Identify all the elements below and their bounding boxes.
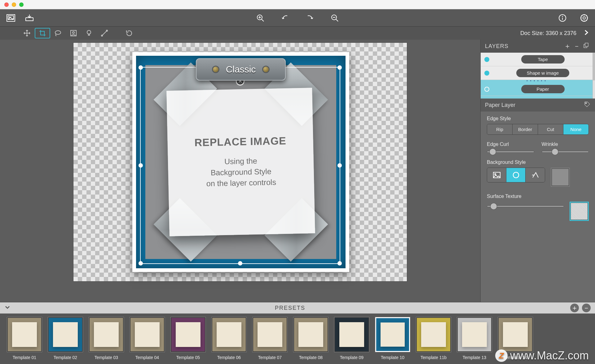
line-tool[interactable]: [97, 28, 112, 38]
placeholder-heading: REPLACE IMAGE: [194, 135, 286, 149]
preset-item[interactable]: Template 03: [88, 317, 125, 360]
watermark-text: www.MacZ.com: [510, 349, 589, 362]
portrait-tool[interactable]: [66, 28, 81, 38]
crop-tool[interactable]: [35, 28, 50, 38]
svg-point-24: [586, 103, 587, 103]
surface-texture-label: Surface Texture: [487, 194, 589, 199]
right-panel: LAYERS ＋ － Tape Shape w image • • • • • …: [480, 40, 595, 302]
svg-point-29: [512, 171, 520, 179]
svg-line-4: [262, 19, 264, 21]
paper-layer[interactable]: REPLACE IMAGE Using the Background Style…: [166, 88, 315, 236]
preset-item[interactable]: Template 06: [211, 317, 247, 360]
edge-style-cut[interactable]: Cut: [538, 124, 563, 134]
lasso-tool[interactable]: [50, 28, 66, 38]
next-page-icon[interactable]: [581, 30, 592, 37]
canvas-area[interactable]: Classic REPLACE IMAGE Using the Backgrou…: [0, 40, 480, 302]
presets-collapse-icon[interactable]: [4, 304, 13, 312]
layer-row[interactable]: Shape w image: [481, 66, 593, 80]
preset-item[interactable]: Template 05: [170, 317, 206, 360]
layer-name: Tape: [521, 55, 565, 64]
visibility-dot-icon[interactable]: [484, 87, 489, 92]
background-style-segmented[interactable]: [487, 168, 545, 182]
edge-curl-label: Edge Curl: [487, 142, 534, 147]
document-size-label: Doc Size: 3360 x 2376: [520, 30, 581, 37]
placeholder-body: Using the Background Style on the layer …: [206, 155, 276, 189]
rivet-icon: [213, 67, 218, 72]
visibility-dot-icon[interactable]: [484, 57, 489, 62]
layers-title: LAYERS: [485, 43, 509, 50]
window-titlebar: [0, 0, 595, 9]
layer-insert-indicator: [481, 96, 593, 99]
wrinkle-slider[interactable]: [542, 151, 589, 153]
edge-style-label: Edge Style: [487, 116, 589, 121]
edge-style-border[interactable]: Border: [513, 124, 538, 134]
bg-style-image-icon[interactable]: [487, 168, 506, 182]
surface-texture-swatch[interactable]: [570, 202, 589, 221]
tool-strip: Doc Size: 3360 x 2376: [0, 27, 595, 40]
svg-point-12: [562, 16, 563, 17]
layers-scrollbar[interactable]: [593, 53, 595, 99]
remove-preset-icon[interactable]: －: [582, 304, 591, 312]
preset-item[interactable]: Template 08: [293, 317, 329, 360]
edge-curl-slider[interactable]: [487, 151, 534, 153]
edge-style-none[interactable]: None: [563, 124, 588, 134]
watermark-logo-icon: Z: [495, 349, 508, 362]
edge-style-segmented[interactable]: Rip Border Cut None: [487, 124, 589, 135]
preset-item[interactable]: Template 10: [374, 317, 411, 360]
wrinkle-label: Wrinkle: [542, 142, 589, 147]
move-tool[interactable]: [19, 28, 35, 38]
svg-line-8: [336, 19, 338, 21]
svg-point-14: [583, 17, 585, 19]
rotate-tool[interactable]: [121, 28, 137, 38]
settings-gear-icon[interactable]: [580, 13, 589, 23]
layer-properties: Edge Style Rip Border Cut None Edge Curl…: [481, 112, 595, 232]
window-close-button[interactable]: [4, 2, 9, 7]
svg-rect-23: [585, 43, 588, 46]
window-zoom-button[interactable]: [19, 2, 24, 7]
bg-style-color-icon[interactable]: [506, 168, 526, 182]
layers-header: LAYERS ＋ －: [481, 40, 595, 53]
preset-item[interactable]: Template 07: [252, 317, 288, 360]
canvas[interactable]: Classic REPLACE IMAGE Using the Backgrou…: [73, 43, 407, 281]
export-tray-icon[interactable]: [25, 13, 34, 23]
layer-name: Paper: [521, 85, 565, 93]
remove-layer-icon[interactable]: －: [572, 42, 581, 51]
preset-item[interactable]: Template 09: [333, 317, 370, 360]
app-toolbar: [0, 9, 595, 27]
preset-item[interactable]: Template 01: [6, 317, 43, 360]
svg-point-26: [495, 173, 496, 175]
rivet-icon: [263, 67, 269, 72]
edge-style-rip[interactable]: Rip: [487, 124, 513, 134]
duplicate-layer-icon[interactable]: [581, 42, 591, 50]
light-tool[interactable]: [81, 28, 97, 38]
preset-item[interactable]: Template 13: [456, 317, 493, 360]
add-layer-icon[interactable]: ＋: [563, 42, 572, 51]
zoom-in-icon[interactable]: [256, 13, 265, 23]
svg-point-15: [55, 31, 61, 34]
layer-tag-icon[interactable]: [584, 101, 591, 109]
import-image-icon[interactable]: [6, 13, 15, 23]
layer-insert-indicator: • • • • • •: [481, 80, 593, 82]
title-plate: Classic: [196, 58, 286, 81]
svg-point-18: [87, 30, 91, 34]
add-preset-icon[interactable]: ＋: [570, 304, 579, 312]
visibility-dot-icon[interactable]: [484, 71, 489, 76]
preset-item[interactable]: Template 11b: [415, 317, 452, 360]
plate-label: Classic: [226, 64, 256, 75]
background-color-swatch[interactable]: [551, 168, 570, 187]
layers-list: Tape Shape w image • • • • • • Paper: [481, 53, 593, 99]
layer-row[interactable]: Paper: [481, 82, 593, 96]
window-minimize-button[interactable]: [12, 2, 16, 7]
bg-style-shape-icon[interactable]: [526, 168, 545, 182]
layer-row[interactable]: Tape: [481, 53, 593, 66]
surface-texture-slider[interactable]: [487, 205, 564, 207]
undo-icon[interactable]: [280, 13, 290, 23]
info-icon[interactable]: [558, 13, 567, 23]
redo-icon[interactable]: [305, 13, 315, 23]
preset-item[interactable]: Template 04: [129, 317, 165, 360]
zoom-out-icon[interactable]: [330, 13, 339, 23]
svg-rect-25: [493, 172, 500, 178]
preset-item[interactable]: Template 02: [47, 317, 84, 360]
presets-title: PRESETS: [13, 305, 567, 311]
watermark: Z www.MacZ.com: [495, 349, 589, 362]
